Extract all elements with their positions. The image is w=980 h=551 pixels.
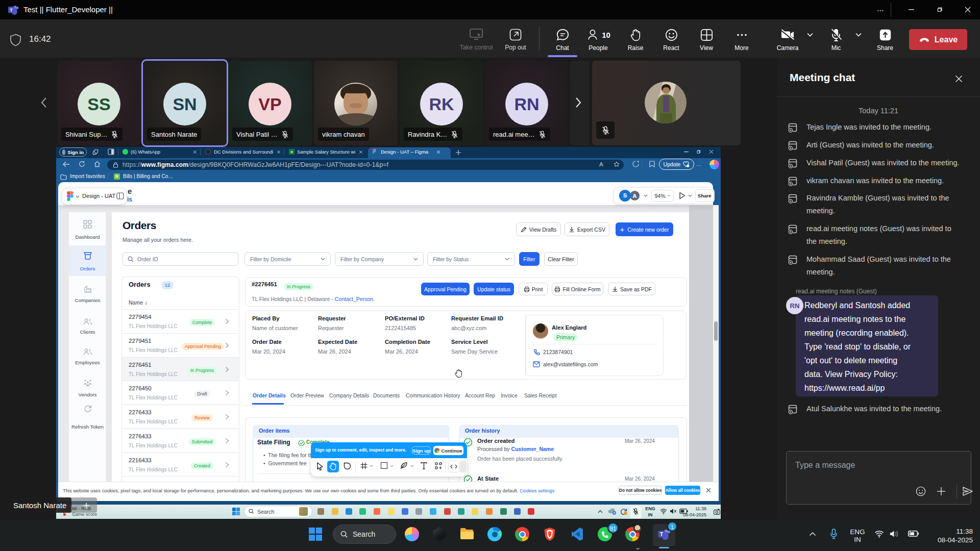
svg-text:T: T [660,532,663,537]
